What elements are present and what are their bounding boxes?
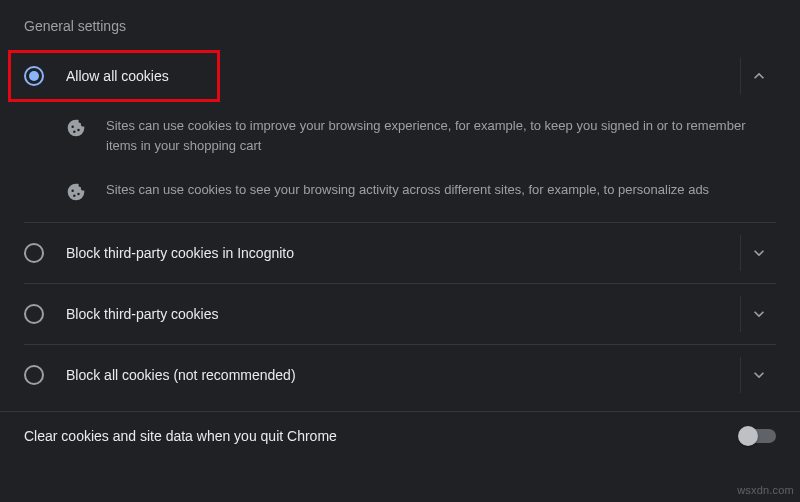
- option-label: Block all cookies (not recommended): [66, 367, 728, 383]
- option-description-block: Sites can use cookies to improve your br…: [0, 106, 800, 216]
- option-label: Block third-party cookies in Incognito: [66, 245, 728, 261]
- description-item: Sites can use cookies to see your browsi…: [66, 170, 776, 216]
- chevron-down-icon: [749, 243, 769, 263]
- option-block-third-party-incognito[interactable]: Block third-party cookies in Incognito: [0, 223, 800, 283]
- radio-unselected-icon: [24, 304, 44, 324]
- description-text: Sites can use cookies to see your browsi…: [106, 180, 709, 200]
- clear-on-exit-label: Clear cookies and site data when you qui…: [24, 428, 740, 444]
- cookie-icon: [66, 118, 86, 138]
- watermark: wsxdn.com: [737, 484, 794, 496]
- option-label: Block third-party cookies: [66, 306, 728, 322]
- radio-unselected-icon: [24, 365, 44, 385]
- chevron-up-icon: [749, 66, 769, 86]
- chevron-down-icon: [749, 304, 769, 324]
- chevron-down-icon: [749, 365, 769, 385]
- description-text: Sites can use cookies to improve your br…: [106, 116, 776, 156]
- expand-button[interactable]: [740, 357, 776, 393]
- description-item: Sites can use cookies to improve your br…: [66, 106, 776, 170]
- collapse-button[interactable]: [740, 58, 776, 94]
- toggle-off[interactable]: [740, 429, 776, 443]
- section-title: General settings: [0, 0, 800, 46]
- expand-button[interactable]: [740, 296, 776, 332]
- expand-button[interactable]: [740, 235, 776, 271]
- option-block-all-cookies[interactable]: Block all cookies (not recommended): [0, 345, 800, 405]
- clear-on-exit-row[interactable]: Clear cookies and site data when you qui…: [0, 412, 800, 460]
- radio-selected-icon: [24, 66, 44, 86]
- cookie-icon: [66, 182, 86, 202]
- radio-unselected-icon: [24, 243, 44, 263]
- option-block-third-party[interactable]: Block third-party cookies: [0, 284, 800, 344]
- option-label: Allow all cookies: [66, 68, 728, 84]
- option-allow-all-cookies[interactable]: Allow all cookies: [0, 46, 800, 106]
